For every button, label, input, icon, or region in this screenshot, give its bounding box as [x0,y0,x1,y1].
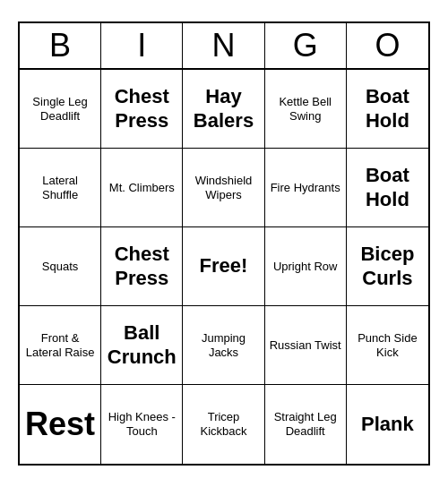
bingo-cell: Single Leg Deadlift [20,70,101,149]
bingo-cell: Rest [20,385,101,464]
bingo-cell: Straight Leg Deadlift [265,385,347,464]
bingo-cell: Front & Lateral Raise [20,306,101,385]
bingo-cell: Chest Press [101,227,183,306]
bingo-cell: Windshield Wipers [183,149,264,227]
bingo-cell: Mt. Climbers [101,149,183,227]
bingo-cell: Ball Crunch [101,306,183,385]
bingo-cell: Boat Hold [347,149,428,227]
bingo-cell: High Knees - Touch [101,385,183,464]
bingo-cell: Chest Press [101,70,183,149]
header-letter: B [20,23,101,68]
bingo-cell: Plank [347,385,428,464]
bingo-cell: Lateral Shuffle [20,149,101,227]
header-letter: I [101,23,183,68]
bingo-cell: Boat Hold [347,70,428,149]
header-letter: G [265,23,347,68]
header-letter: N [183,23,264,68]
bingo-cell: Bicep Curls [347,227,428,306]
bingo-cell: Tricep Kickback [183,385,264,464]
bingo-cell: Russian Twist [265,306,347,385]
bingo-cell: Hay Balers [183,70,264,149]
bingo-cell: Fire Hydrants [265,149,347,227]
bingo-cell: Upright Row [265,227,347,306]
bingo-grid: Single Leg DeadliftChest PressHay Balers… [20,70,428,464]
bingo-cell: Jumping Jacks [183,306,264,385]
bingo-header: BINGO [20,23,428,70]
bingo-cell: Squats [20,227,101,306]
bingo-cell: Punch Side Kick [347,306,428,385]
bingo-cell: Free! [183,227,264,306]
bingo-card: BINGO Single Leg DeadliftChest PressHay … [18,21,430,466]
bingo-cell: Kettle Bell Swing [265,70,347,149]
header-letter: O [347,23,428,68]
